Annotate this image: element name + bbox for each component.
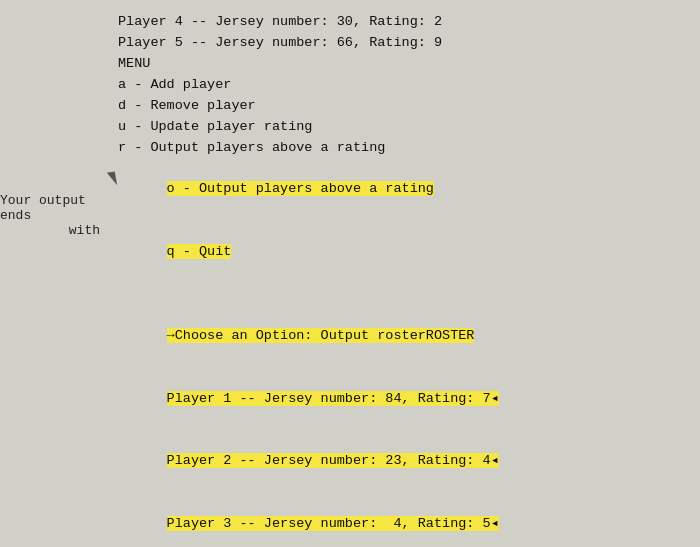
roster-line-p4-top: Player 4 -- Jersey number: 30, Rating: 2 [118, 12, 692, 33]
cursor-pointer [108, 172, 116, 186]
r2p1-hl: Player 1 -- Jersey number: 84, Rating: 7 [167, 391, 491, 406]
roster2-p3: Player 3 -- Jersey number: 4, Rating: 5◂ [118, 493, 692, 539]
o-highlight-span: o - Output players above a rating [167, 181, 434, 196]
terminal-area: Player 4 -- Jersey number: 30, Rating: 2… [110, 8, 700, 539]
r2p2-hl: Player 2 -- Jersey number: 23, Rating: 4 [167, 453, 491, 468]
choose-line: →Choose an Option: Output rosterROSTER [118, 305, 692, 368]
menu-item-o-highlighted: o - Output players above a rating [118, 158, 692, 221]
menu-item-a-top: a - Add player [118, 75, 692, 96]
r2p2-d: ◂ [491, 453, 499, 468]
q-highlight-span: q - Quit [167, 244, 232, 259]
menu-item-u-top: u - Update player rating [118, 117, 692, 138]
left-label-line2: with [69, 223, 100, 238]
menu-label-top: MENU [118, 54, 692, 75]
choose-highlight: →Choose an Option: Output rosterROSTER [167, 328, 475, 343]
roster2-p1: Player 1 -- Jersey number: 84, Rating: 7… [118, 368, 692, 431]
r2p3-d: ◂ [491, 516, 499, 531]
cursor-arrow-icon [107, 171, 117, 186]
menu-item-r-top: r - Output players above a rating [118, 138, 692, 159]
left-label-line1: Your output ends [0, 193, 100, 223]
main-container: Your output ends with Player 4 -- Jersey… [0, 0, 700, 547]
r2p3-hl: Player 3 -- Jersey number: 4, Rating: 5 [167, 516, 491, 531]
blank-line [118, 284, 692, 305]
menu-item-q-highlighted: q - Quit [118, 221, 692, 284]
roster-line-p5-top: Player 5 -- Jersey number: 66, Rating: 9 [118, 33, 692, 54]
left-label: Your output ends with [0, 8, 110, 539]
r2p1-d: ◂ [491, 391, 499, 406]
menu-item-d-top: d - Remove player [118, 96, 692, 117]
roster2-p2: Player 2 -- Jersey number: 23, Rating: 4… [118, 430, 692, 493]
